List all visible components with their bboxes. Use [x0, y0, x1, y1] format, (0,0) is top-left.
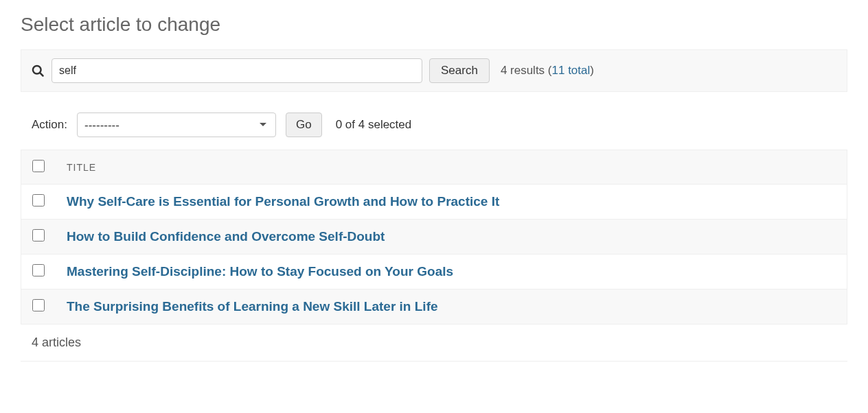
search-input[interactable]: [52, 58, 422, 83]
article-link[interactable]: The Surprising Benefits of Learning a Ne…: [67, 299, 438, 314]
svg-line-1: [40, 73, 43, 75]
search-toolbar: Search 4 results (11 total): [21, 49, 847, 92]
action-label: Action:: [32, 118, 67, 132]
select-all-checkbox[interactable]: [32, 160, 45, 172]
total-count-link[interactable]: 11 total: [552, 64, 591, 77]
selection-count: 0 of 4 selected: [336, 118, 412, 132]
article-link[interactable]: Mastering Self-Discipline: How to Stay F…: [67, 264, 453, 279]
search-button[interactable]: Search: [429, 58, 490, 83]
table-row: Why Self-Care is Essential for Personal …: [21, 185, 847, 220]
results-table: TITLE Why Self-Care is Essential for Per…: [21, 150, 847, 324]
select-all-header: [21, 150, 56, 185]
table-row: How to Build Confidence and Overcome Sel…: [21, 220, 847, 255]
results-suffix: ): [590, 64, 594, 77]
action-select[interactable]: ---------: [77, 113, 276, 137]
results-prefix: 4 results (: [501, 64, 552, 77]
title-header[interactable]: TITLE: [56, 150, 847, 185]
page-title: Select article to change: [21, 14, 847, 36]
table-row: Mastering Self-Discipline: How to Stay F…: [21, 255, 847, 290]
footer-count: 4 articles: [21, 324, 847, 362]
article-link[interactable]: Why Self-Care is Essential for Personal …: [67, 194, 499, 209]
action-bar: Action: --------- Go 0 of 4 selected: [21, 113, 847, 137]
row-checkbox[interactable]: [32, 299, 45, 311]
row-checkbox[interactable]: [32, 264, 45, 276]
row-checkbox[interactable]: [32, 194, 45, 206]
table-row: The Surprising Benefits of Learning a Ne…: [21, 290, 847, 324]
results-count: 4 results (11 total): [501, 64, 594, 78]
search-icon: [31, 64, 45, 78]
go-button[interactable]: Go: [286, 113, 322, 137]
article-link[interactable]: How to Build Confidence and Overcome Sel…: [67, 229, 385, 244]
row-checkbox[interactable]: [32, 229, 45, 241]
